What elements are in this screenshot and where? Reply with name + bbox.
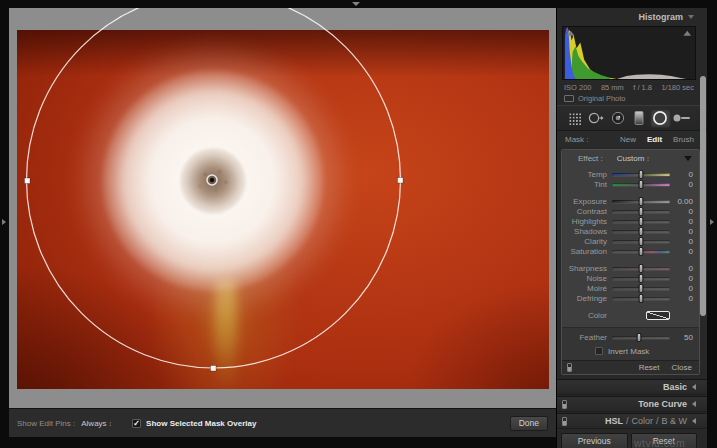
- effect-footer: Reset Close: [562, 360, 699, 374]
- slider-label: Shadows: [564, 227, 612, 236]
- slider-knob[interactable]: [639, 170, 644, 179]
- slider-track[interactable]: [612, 210, 670, 213]
- original-photo-row[interactable]: Original Photo: [557, 92, 707, 105]
- photo-canvas[interactable]: [9, 8, 556, 408]
- watermark: wtvid.com: [634, 437, 685, 448]
- edit-pin-center: [210, 178, 214, 182]
- left-collapse-icon[interactable]: [2, 219, 6, 225]
- slider-group-tone: Exposure0.00Contrast0Highlights0Shadows0…: [564, 196, 694, 256]
- show-edit-pins-select[interactable]: Always: [81, 419, 106, 428]
- slider-value: 0: [670, 284, 694, 293]
- panel-toggle-icon[interactable]: [562, 400, 567, 409]
- color-swatch[interactable]: [646, 311, 670, 320]
- slider-knob[interactable]: [639, 247, 644, 256]
- slider-knob[interactable]: [639, 284, 644, 293]
- slider-track[interactable]: [612, 200, 670, 203]
- slider-track[interactable]: [612, 230, 670, 233]
- panel-section-hsl-color-b-w[interactable]: HSL/Color/B & W: [557, 413, 707, 429]
- mask-mode-new[interactable]: New: [620, 135, 636, 144]
- slider-knob[interactable]: [639, 217, 644, 226]
- original-photo-label: Original Photo: [578, 94, 626, 103]
- slider-label: Sharpness: [564, 264, 612, 273]
- slider-track[interactable]: [612, 250, 670, 253]
- mask-mode-options: NewEditBrush: [620, 135, 694, 144]
- slider-track[interactable]: [612, 183, 670, 186]
- slider-track[interactable]: [612, 240, 670, 243]
- crop-grid-icon[interactable]: [564, 109, 585, 128]
- histogram-header[interactable]: Histogram: [557, 8, 707, 26]
- slider-label: Temp: [564, 170, 612, 179]
- slider-clarity: Clarity0: [564, 236, 694, 246]
- slider-knob[interactable]: [639, 197, 644, 206]
- aperture-value: f / 1.8: [633, 83, 652, 92]
- slider-tint: Tint0: [564, 179, 694, 189]
- mask-label: Mask :: [565, 135, 589, 144]
- slider-label: Exposure: [564, 197, 612, 206]
- clipping-indicators[interactable]: [563, 27, 695, 79]
- invert-mask-checkbox[interactable]: [595, 347, 603, 355]
- panel-toggle-icon[interactable]: [562, 417, 567, 426]
- color-label: Color: [564, 311, 612, 320]
- slider-value: 0: [670, 294, 694, 303]
- mask-bar: Mask : NewEditBrush: [557, 130, 707, 147]
- top-collapse-icon[interactable]: [352, 2, 360, 6]
- slider-track[interactable]: [612, 336, 670, 339]
- bottom-strip: [0, 437, 556, 448]
- slider-feather: Feather50: [564, 332, 694, 342]
- panel-section-basic[interactable]: Basic: [557, 379, 707, 395]
- slider-knob[interactable]: [639, 207, 644, 216]
- slider-track[interactable]: [612, 173, 670, 176]
- histogram[interactable]: [562, 26, 696, 80]
- panel-scrollbar[interactable]: [700, 76, 706, 316]
- panel-section-tone-curve[interactable]: Tone Curve: [557, 396, 707, 412]
- red-eye-icon[interactable]: [607, 109, 628, 128]
- spot-removal-icon[interactable]: [585, 109, 606, 128]
- mask-close-button[interactable]: Close: [672, 363, 692, 372]
- slider-label: Noise: [564, 274, 612, 283]
- effect-preset-select[interactable]: Custom: [617, 154, 645, 163]
- feather-slider-wrap: Feather50: [564, 332, 694, 342]
- previous-button[interactable]: Previous: [561, 433, 628, 448]
- right-collapse-icon[interactable]: [710, 219, 714, 225]
- slider-knob[interactable]: [639, 294, 644, 303]
- done-button[interactable]: Done: [510, 416, 548, 431]
- mask-overlay-checkbox[interactable]: ✓: [132, 419, 141, 428]
- slider-knob[interactable]: [639, 237, 644, 246]
- slider-knob[interactable]: [636, 333, 641, 342]
- slider-track[interactable]: [612, 220, 670, 223]
- slider-track[interactable]: [612, 297, 670, 300]
- collapse-left-icon: [692, 401, 696, 407]
- slider-value: 0.00: [670, 197, 694, 206]
- slider-knob[interactable]: [639, 180, 644, 189]
- photo-exif-row: ISO 200 85 mm f / 1.8 1/180 sec: [557, 80, 707, 92]
- highlight-clipping-icon: [683, 31, 691, 36]
- effect-header: Effect : Custom ↕: [564, 152, 694, 165]
- slider-value: 0: [670, 247, 694, 256]
- updown-icon: ↕: [109, 420, 113, 427]
- slider-moir: Moiré0: [564, 283, 694, 293]
- adjustment-brush-icon[interactable]: [671, 109, 693, 128]
- radial-filter-overlay[interactable]: [9, 8, 556, 408]
- panel-switch-icon[interactable]: [567, 363, 572, 372]
- slider-value: 0: [670, 207, 694, 216]
- invert-mask-row[interactable]: Invert Mask: [595, 345, 694, 357]
- crop-grid-dots: [568, 112, 581, 125]
- mask-mode-brush[interactable]: Brush: [673, 135, 694, 144]
- slider-track[interactable]: [612, 287, 670, 290]
- effect-disclosure-icon[interactable]: [684, 156, 692, 161]
- graduated-filter-icon[interactable]: [628, 109, 649, 128]
- slider-shadows: Shadows0: [564, 226, 694, 236]
- slider-track[interactable]: [612, 277, 670, 280]
- slider-exposure: Exposure0.00: [564, 196, 694, 206]
- slider-knob[interactable]: [639, 274, 644, 283]
- slider-defringe: Defringe0: [564, 293, 694, 303]
- slider-knob[interactable]: [639, 264, 644, 273]
- collapse-left-icon: [692, 384, 696, 390]
- mask-reset-button[interactable]: Reset: [639, 363, 660, 372]
- slider-knob[interactable]: [639, 227, 644, 236]
- histogram-title: Histogram: [638, 12, 683, 22]
- slider-track[interactable]: [612, 267, 670, 270]
- main-viewer: Show Edit Pins : Always ↕ ✓ Show Selecte…: [9, 8, 556, 437]
- radial-filter-icon[interactable]: [650, 109, 671, 128]
- mask-mode-edit[interactable]: Edit: [647, 135, 662, 144]
